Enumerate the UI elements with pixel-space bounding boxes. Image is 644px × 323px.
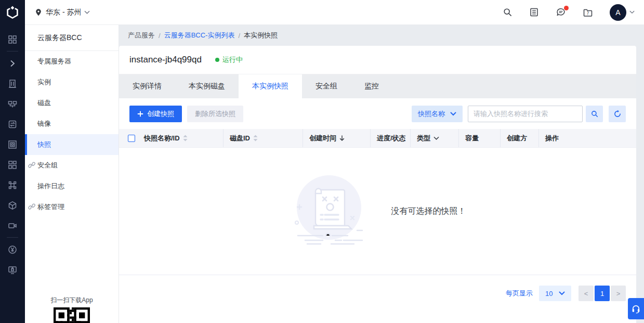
toolbar-search-group: 快照名称 <box>412 106 626 122</box>
column-label: 创建方 <box>507 134 527 143</box>
building-icon <box>7 79 18 89</box>
app-download-block: 扫一扫下载App <box>25 296 119 323</box>
help-folder-icon[interactable]: ? <box>583 8 593 17</box>
tab-本实例快照[interactable]: 本实例快照 <box>239 74 302 98</box>
filter-chevron-icon[interactable] <box>433 136 439 140</box>
rail-item-network-icon[interactable] <box>0 94 25 114</box>
region-label: 华东 - 苏州 <box>46 8 81 17</box>
sidebar-item-实例[interactable]: 实例 <box>25 72 119 93</box>
rail-divider <box>7 237 18 238</box>
rail-item-chevron-right-icon[interactable] <box>0 53 25 73</box>
rail-item-monitor-lock-icon[interactable] <box>0 260 25 280</box>
column-header-磁盘ID: 磁盘ID <box>224 129 303 147</box>
column-label: 快照名称/ID <box>144 134 180 143</box>
rail-item-apps-grid-icon[interactable] <box>0 29 25 49</box>
avatar: A <box>610 4 626 21</box>
sort-both-icon[interactable] <box>253 135 258 141</box>
camera-icon <box>7 221 18 231</box>
sidebar-item-专属服务器[interactable]: 专属服务器 <box>25 51 119 72</box>
sidebar-item-安全组[interactable]: 安全组 <box>25 155 119 176</box>
refresh-button[interactable] <box>609 106 626 122</box>
sidebar-item-label: 快照 <box>37 140 51 149</box>
next-page-button[interactable]: > <box>611 286 626 301</box>
column-label: 操作 <box>545 134 559 143</box>
sidebar-item-label: 安全组 <box>37 161 58 170</box>
rail-item-yen-circle-icon[interactable] <box>0 239 25 260</box>
sidebar-item-label: 实例 <box>37 77 51 87</box>
tab-本实例磁盘[interactable]: 本实例磁盘 <box>175 74 239 98</box>
sidebar-item-label: 操作日志 <box>37 182 64 191</box>
column-header-容量: 容量 <box>459 129 501 147</box>
sidebar-item-磁盘[interactable]: 磁盘 <box>25 93 119 113</box>
status-badge: 运行中 <box>215 55 243 64</box>
yen-circle-icon <box>7 244 18 255</box>
toolbar: 创建快照 删除所选快照 快照名称 <box>119 98 636 129</box>
monitor-lock-icon <box>7 265 18 275</box>
select-all-checkbox[interactable] <box>128 135 135 142</box>
breadcrumb-separator: / <box>238 32 240 40</box>
delete-snapshot-button[interactable]: 删除所选快照 <box>187 106 243 122</box>
sidebar-item-快照[interactable]: 快照 <box>25 134 119 155</box>
column-header-进度/状态: 进度/状态 <box>371 129 411 147</box>
frame-icon <box>7 139 18 150</box>
create-snapshot-button[interactable]: 创建快照 <box>129 106 182 122</box>
chevron-down-icon <box>450 112 456 116</box>
notification-badge <box>564 6 569 10</box>
rail-item-grid-alt-icon[interactable] <box>0 154 25 175</box>
region-selector[interactable]: 华东 - 苏州 <box>34 8 90 17</box>
sidebar-title: 云服务器BCC <box>25 25 119 51</box>
tab-监控[interactable]: 监控 <box>351 74 392 98</box>
sort-both-icon[interactable] <box>183 135 188 141</box>
rail-item-command-icon[interactable] <box>0 175 25 195</box>
topbar: 华东 - 苏州 ? A <box>0 0 644 25</box>
page-1-button[interactable]: 1 <box>595 286 610 301</box>
rail-item-disk-server-icon[interactable] <box>0 114 25 134</box>
plus-icon <box>137 111 143 117</box>
qr-code <box>54 307 90 323</box>
tab-实例详情[interactable]: 实例详情 <box>119 74 175 98</box>
column-header-操作: 操作 <box>539 129 636 147</box>
apps-grid-icon <box>7 34 18 45</box>
chevron-down-icon <box>84 10 90 15</box>
chevron-right-icon <box>9 60 16 67</box>
topbar-actions: ? A <box>503 4 644 21</box>
command-icon <box>7 180 18 190</box>
support-fab-button[interactable] <box>628 298 644 319</box>
console-doc-icon[interactable] <box>529 7 539 17</box>
disk-server-icon <box>7 119 18 130</box>
instance-card: instance-jb4q99qd 运行中 实例详情本实例磁盘本实例快照安全组监… <box>119 46 636 323</box>
breadcrumb: 产品服务/云服务器BCC-实例列表/本实例快照 <box>119 25 644 46</box>
sort-down-icon[interactable] <box>339 135 345 141</box>
per-page-dropdown[interactable]: 10 <box>539 286 571 301</box>
rail-item-building-icon[interactable] <box>0 73 25 94</box>
rail-item-cube-icon[interactable] <box>0 195 25 215</box>
search-submit-button[interactable] <box>586 106 603 122</box>
qr-caption: 扫一扫下载App <box>25 296 119 305</box>
breadcrumb-item[interactable]: 产品服务 <box>128 31 155 40</box>
empty-state: 没有可选择的快照！ <box>119 148 636 275</box>
sidebar-item-label: 专属服务器 <box>37 57 71 66</box>
breadcrumb-item[interactable]: 云服务器BCC-实例列表 <box>164 31 235 40</box>
empty-illustration-icon <box>290 172 367 250</box>
sidebar-item-标签管理[interactable]: 标签管理 <box>25 197 119 217</box>
rail-item-frame-icon[interactable] <box>0 134 25 154</box>
instance-header: instance-jb4q99qd 运行中 <box>119 46 636 74</box>
chevron-down-icon <box>559 291 565 295</box>
message-icon[interactable] <box>556 7 566 17</box>
sidebar-item-label: 标签管理 <box>37 202 64 212</box>
sidebar-item-镜像[interactable]: 镜像 <box>25 113 119 134</box>
tab-安全组[interactable]: 安全组 <box>302 74 351 98</box>
table-header: 快照名称/ID磁盘ID创建时间进度/状态类型容量创建方操作 <box>119 129 636 148</box>
search-icon[interactable] <box>503 7 512 17</box>
rail-item-camera-icon[interactable] <box>0 215 25 236</box>
column-header-快照名称/ID: 快照名称/ID <box>119 129 224 147</box>
sidebar-item-操作日志[interactable]: 操作日志 <box>25 176 119 197</box>
prev-page-button[interactable]: < <box>579 286 594 301</box>
search-field-dropdown[interactable]: 快照名称 <box>412 106 463 122</box>
account-menu[interactable]: A <box>610 4 635 21</box>
icon-rail <box>0 25 25 323</box>
pager: < 1 > <box>579 286 626 301</box>
cube-icon <box>7 200 18 211</box>
brand-logo[interactable] <box>0 0 25 25</box>
search-input[interactable] <box>468 106 583 122</box>
